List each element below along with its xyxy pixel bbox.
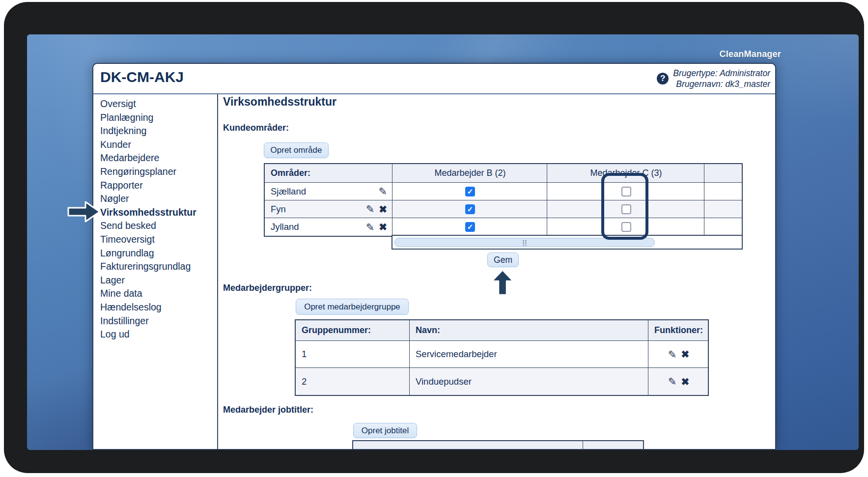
checkbox-fyn-c[interactable] <box>621 204 631 214</box>
col-header-navn: Navn: <box>410 320 648 340</box>
horizontal-scrollbar[interactable] <box>394 238 655 247</box>
sidebar-item-log-ud[interactable]: Log ud <box>100 328 213 341</box>
area-name: Jylland <box>271 222 299 232</box>
col-header-funktioner: Funktioner: <box>648 320 708 340</box>
sidebar-item-faktureringsgrundlag[interactable]: Faktureringsgrundlag <box>100 260 213 274</box>
customer-areas-header-row: Områder: Medarbejder B (2) Medarbejder C… <box>265 164 742 183</box>
checkbox-jylland-b[interactable]: ✓ <box>465 222 475 232</box>
customer-areas-label: Kundeområder: <box>223 123 289 133</box>
desktop-background: CleanManager DK-CM-AKJ ? Brugertype: Adm… <box>27 34 859 450</box>
checkbox-sjaelland-c[interactable] <box>621 187 631 196</box>
app-window: DK-CM-AKJ ? Brugertype: Administrator Br… <box>92 63 776 450</box>
job-titles-header-row <box>353 441 643 450</box>
sidebar-item-noegler[interactable]: Nøgler <box>100 192 213 206</box>
group-number: 2 <box>296 368 410 395</box>
save-button[interactable]: Gem <box>487 253 519 267</box>
table-row-jylland: Jylland ✎ ✖ ✓ <box>265 218 742 236</box>
col-header-medarbejder-b: Medarbejder B (2) <box>392 164 547 182</box>
sidebar-item-haendelseslog[interactable]: Hændelseslog <box>100 301 213 314</box>
sidebar-item-timeoversigt[interactable]: Timeoversigt <box>100 233 213 247</box>
edit-icon[interactable]: ✎ <box>378 186 387 196</box>
table-row-fyn: Fyn ✎ ✖ ✓ <box>265 200 742 218</box>
employee-groups-header-row: Gruppenummer: Navn: Funktioner: <box>296 320 708 341</box>
sidebar-item-medarbejdere[interactable]: Medarbejdere <box>100 151 213 165</box>
page-title: DK-CM-AKJ <box>100 69 184 85</box>
job-titles-label: Medarbejder jobtitler: <box>223 405 313 415</box>
screenshot-stage: CleanManager DK-CM-AKJ ? Brugertype: Adm… <box>0 0 868 477</box>
checkbox-fyn-b[interactable]: ✓ <box>465 204 475 214</box>
col-header-gruppenummer: Gruppenummer: <box>296 320 410 340</box>
brand-logo: CleanManager <box>720 49 781 59</box>
sidebar-item-rapporter[interactable]: Rapporter <box>100 179 213 193</box>
user-info-block: ? Brugertype: Administrator Brugernavn: … <box>657 68 770 89</box>
table-row-group-2: 2 Vinduepudser ✎ ✖ <box>296 368 708 395</box>
col-header-omraader: Områder: <box>265 164 392 182</box>
monitor-bezel: CleanManager DK-CM-AKJ ? Brugertype: Adm… <box>4 2 864 473</box>
sidebar-item-planlaegning[interactable]: Planlægning <box>100 111 213 125</box>
sidebar-nav: Oversigt Planlægning Indtjekning Kunder … <box>100 97 213 341</box>
create-area-button[interactable]: Opret område <box>264 142 329 158</box>
sidebar-item-indtjekning[interactable]: Indtjekning <box>100 124 213 138</box>
area-name: Sjælland <box>271 186 306 197</box>
sidebar-item-oversigt[interactable]: Oversigt <box>100 97 213 111</box>
user-info-lines: Brugertype: Administrator Brugernavn: dk… <box>673 68 770 89</box>
checkbox-sjaelland-b[interactable]: ✓ <box>465 187 475 196</box>
table-scroll-row <box>392 235 743 250</box>
user-name-label: Brugernavn: dk3_master <box>673 79 770 89</box>
delete-icon[interactable]: ✖ <box>681 377 689 387</box>
sidebar-item-send-besked[interactable]: Send besked <box>100 219 213 233</box>
delete-icon[interactable]: ✖ <box>379 204 387 214</box>
sidebar-item-mine-data[interactable]: Mine data <box>100 287 213 301</box>
employee-groups-label: Medarbejdergrupper: <box>223 283 312 293</box>
edit-icon[interactable]: ✎ <box>668 376 677 387</box>
edit-icon[interactable]: ✎ <box>668 349 677 360</box>
scrollbar-grip-icon[interactable] <box>523 240 527 246</box>
create-employee-group-button[interactable]: Opret medarbejdergruppe <box>296 299 409 315</box>
delete-icon[interactable]: ✖ <box>379 222 387 232</box>
group-name: Servicemedarbejder <box>410 341 648 367</box>
content-heading: Virksomhedsstruktur <box>223 95 336 109</box>
employee-groups-table: Gruppenummer: Navn: Funktioner: 1 Servic… <box>295 319 709 396</box>
sidebar-item-lager[interactable]: Lager <box>100 274 213 287</box>
sidebar-item-rengoeringsplaner[interactable]: Rengøringsplaner <box>100 165 213 179</box>
sidebar-item-indstillinger[interactable]: Indstillinger <box>100 314 213 328</box>
user-type-label: Brugertype: Administrator <box>673 68 770 79</box>
edit-icon[interactable]: ✎ <box>366 222 375 232</box>
group-name: Vinduepudser <box>410 368 648 395</box>
create-job-title-button[interactable]: Opret jobtitel <box>353 423 417 438</box>
area-name: Fyn <box>271 204 286 215</box>
delete-icon[interactable]: ✖ <box>681 349 689 359</box>
sidebar-item-kunder[interactable]: Kunder <box>100 138 213 152</box>
group-number: 1 <box>296 341 410 367</box>
sidebar-item-virksomhedsstruktur[interactable]: Virksomhedsstruktur <box>100 206 213 220</box>
table-row-group-1: 1 Servicemedarbejder ✎ ✖ <box>296 341 708 368</box>
edit-icon[interactable]: ✎ <box>366 204 375 214</box>
sidebar-divider <box>217 94 218 449</box>
title-divider <box>93 93 775 94</box>
up-arrow-annotation <box>491 269 514 296</box>
job-titles-table <box>352 440 644 450</box>
table-row-sjaelland: Sjælland ✎ ✓ <box>265 183 742 200</box>
checkbox-jylland-c[interactable] <box>621 222 631 232</box>
col-header-medarbejder-c: Medarbejder C (3) <box>547 164 704 182</box>
col-header-empty <box>704 164 742 182</box>
help-icon[interactable]: ? <box>657 73 669 84</box>
customer-areas-table: Områder: Medarbejder B (2) Medarbejder C… <box>264 163 743 237</box>
sidebar-item-loengrundlag[interactable]: Løngrundlag <box>100 247 213 260</box>
